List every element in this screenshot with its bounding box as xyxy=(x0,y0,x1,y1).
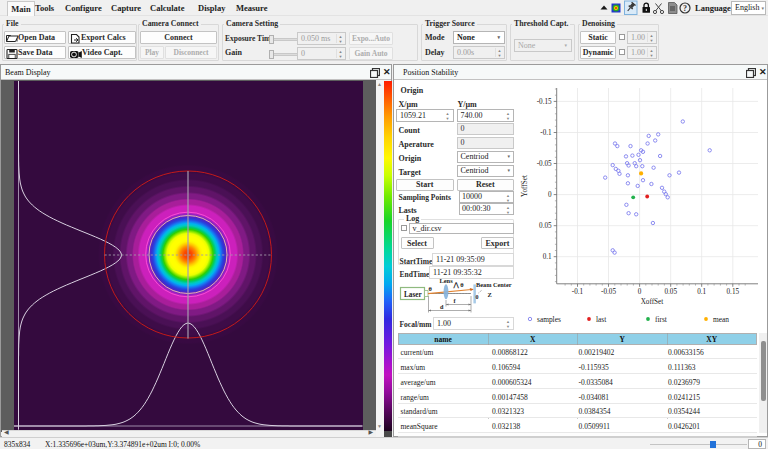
svg-text:-0.15: -0.15 xyxy=(537,98,552,106)
svg-text:YoffSet: YoffSet xyxy=(521,175,529,197)
svg-text:-0.05: -0.05 xyxy=(537,160,552,168)
svg-text:mean: mean xyxy=(713,315,729,324)
svg-text:first: first xyxy=(655,315,668,324)
svg-text:0.15: 0.15 xyxy=(727,288,740,296)
svg-text:0: 0 xyxy=(548,191,552,199)
svg-text:-0.1: -0.1 xyxy=(540,129,552,137)
svg-text:0: 0 xyxy=(638,288,642,296)
svg-text:last: last xyxy=(596,315,607,324)
svg-text:samples: samples xyxy=(537,315,561,324)
svg-text:0.05: 0.05 xyxy=(539,222,552,230)
svg-text:-0.1: -0.1 xyxy=(572,288,584,296)
svg-text:XoffSet: XoffSet xyxy=(641,298,664,306)
svg-text:0.1: 0.1 xyxy=(543,253,552,261)
svg-text:-0.05: -0.05 xyxy=(601,288,616,296)
svg-text:0.05: 0.05 xyxy=(664,288,677,296)
svg-text:0.1: 0.1 xyxy=(697,288,706,296)
